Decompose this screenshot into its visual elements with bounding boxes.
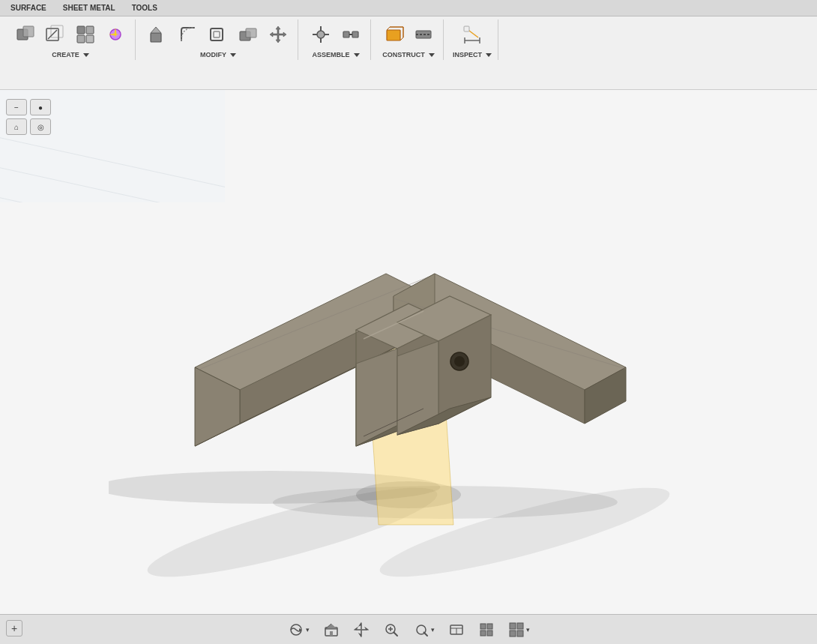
svg-rect-111 bbox=[487, 631, 492, 636]
extrude-icon[interactable] bbox=[145, 21, 172, 48]
svg-rect-112 bbox=[510, 623, 516, 629]
svg-line-104 bbox=[423, 632, 427, 636]
svg-rect-114 bbox=[510, 631, 516, 637]
measure-icon[interactable] bbox=[459, 21, 486, 48]
target-button[interactable]: ● bbox=[30, 99, 51, 115]
toolbar-tabs: SURFACE SHEET METAL TOOLS bbox=[0, 0, 817, 16]
main-area: − ● ⌂ ◎ bbox=[0, 90, 817, 614]
joint2-icon[interactable] bbox=[337, 21, 364, 48]
minus-button[interactable]: − bbox=[6, 99, 27, 115]
3d-model bbox=[109, 157, 708, 547]
construct-icons bbox=[380, 21, 437, 48]
svg-rect-4 bbox=[51, 25, 63, 37]
modify-icons bbox=[145, 21, 292, 48]
svg-rect-21 bbox=[343, 31, 349, 37]
svg-rect-10 bbox=[151, 33, 161, 42]
mini-row-2: ⌂ ◎ bbox=[6, 118, 51, 135]
tab-tools[interactable]: TOOLS bbox=[124, 0, 165, 16]
layout-view-icon bbox=[508, 622, 525, 638]
svg-rect-98 bbox=[330, 631, 333, 636]
tab-sheet-metal[interactable]: SHEET METAL bbox=[55, 0, 123, 16]
svg-rect-8 bbox=[86, 35, 94, 43]
plane-construct-icon[interactable] bbox=[380, 21, 407, 48]
create-icons bbox=[12, 21, 129, 48]
svg-rect-113 bbox=[517, 623, 523, 629]
viewport[interactable]: − ● ⌂ ◎ bbox=[0, 90, 817, 614]
construct-label[interactable]: CONSTRUCT bbox=[382, 51, 435, 58]
toolbar-group-construct: CONSTRUCT bbox=[374, 19, 444, 60]
pan-icon bbox=[353, 622, 370, 638]
mini-row-1: − ● bbox=[6, 99, 51, 115]
inspect-label[interactable]: INSPECT bbox=[453, 51, 492, 58]
inspect-icons bbox=[459, 21, 486, 48]
svg-point-16 bbox=[317, 31, 325, 38]
svg-rect-12 bbox=[211, 28, 223, 40]
modify-label[interactable]: MODIFY bbox=[200, 51, 236, 58]
axis-icon[interactable] bbox=[410, 21, 437, 48]
target2-button[interactable]: ◎ bbox=[30, 118, 51, 135]
fillet-icon[interactable] bbox=[175, 21, 202, 48]
svg-rect-13 bbox=[214, 31, 220, 37]
sketch-icon[interactable] bbox=[42, 21, 69, 48]
fit-button[interactable]: ▾ bbox=[409, 619, 438, 640]
display-mode-button[interactable] bbox=[444, 619, 468, 640]
svg-rect-1 bbox=[23, 26, 34, 37]
special-icon[interactable] bbox=[102, 21, 129, 48]
svg-marker-11 bbox=[151, 27, 161, 33]
shell-icon[interactable] bbox=[205, 21, 232, 48]
layout-icon[interactable] bbox=[72, 21, 99, 48]
toolbar-group-inspect: INSPECT bbox=[447, 19, 498, 60]
toolbar-main: CREATE bbox=[0, 16, 817, 89]
svg-rect-15 bbox=[246, 28, 256, 37]
svg-rect-108 bbox=[480, 624, 486, 629]
create-label[interactable]: CREATE bbox=[52, 51, 88, 58]
main-toolbar: SURFACE SHEET METAL TOOLS bbox=[0, 0, 817, 90]
tab-surface[interactable]: SURFACE bbox=[3, 0, 54, 16]
home-view-button[interactable] bbox=[319, 619, 343, 640]
svg-rect-109 bbox=[487, 624, 492, 629]
assemble-icons bbox=[307, 21, 364, 48]
toolbar-group-modify: MODIFY bbox=[139, 19, 298, 60]
svg-rect-7 bbox=[77, 35, 85, 43]
orbit-icon bbox=[288, 622, 304, 638]
grid-button[interactable] bbox=[474, 619, 498, 640]
svg-rect-6 bbox=[86, 26, 94, 34]
new-body-icon[interactable] bbox=[12, 21, 39, 48]
move-icon[interactable] bbox=[265, 21, 292, 48]
combine-icon[interactable] bbox=[235, 21, 262, 48]
svg-point-92 bbox=[454, 356, 465, 367]
toolbar-group-create: CREATE bbox=[6, 19, 136, 60]
svg-rect-115 bbox=[517, 631, 523, 637]
zoom-icon bbox=[383, 622, 400, 638]
joint-icon[interactable] bbox=[307, 21, 334, 48]
toolbar-group-assemble: ASSEMBLE bbox=[301, 19, 371, 60]
grid-icon bbox=[478, 622, 495, 638]
svg-rect-34 bbox=[464, 26, 469, 31]
pan-button[interactable] bbox=[349, 619, 373, 640]
svg-rect-5 bbox=[77, 26, 85, 34]
mini-toolbar: − ● ⌂ ◎ bbox=[6, 99, 51, 135]
add-view-button[interactable]: + bbox=[6, 620, 22, 637]
home-button[interactable]: ⌂ bbox=[6, 118, 27, 135]
orbit-button[interactable]: ▾ bbox=[284, 619, 313, 640]
layout-view-button[interactable]: ▾ bbox=[504, 619, 534, 640]
svg-rect-22 bbox=[352, 31, 358, 37]
home-view-icon bbox=[323, 622, 340, 638]
zoom-button[interactable] bbox=[379, 619, 403, 640]
svg-line-100 bbox=[394, 632, 397, 636]
status-bar: ▾ ▾ bbox=[0, 614, 817, 644]
svg-rect-24 bbox=[387, 30, 400, 40]
fit-icon bbox=[413, 622, 429, 638]
svg-rect-110 bbox=[480, 631, 486, 636]
assemble-label[interactable]: ASSEMBLE bbox=[312, 51, 359, 58]
display-mode-icon bbox=[448, 622, 465, 638]
